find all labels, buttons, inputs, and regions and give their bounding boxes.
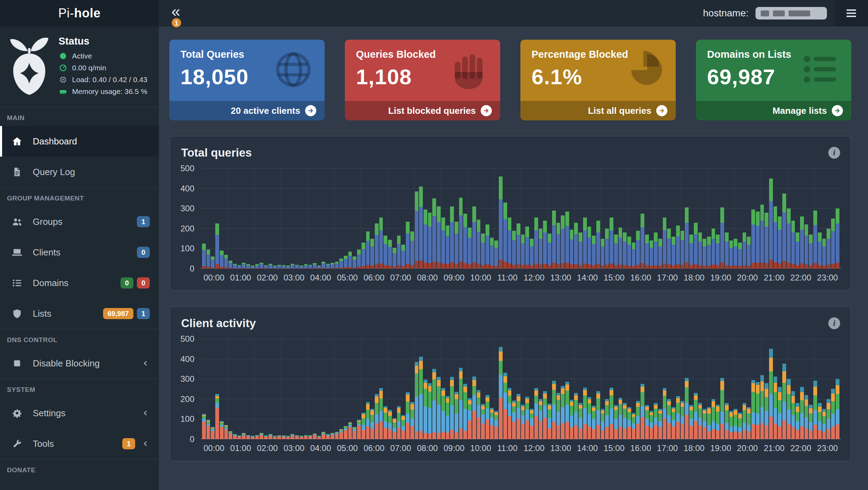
stacked-bar[interactable] <box>782 168 786 269</box>
stacked-bar[interactable] <box>259 339 263 439</box>
stacked-bar[interactable] <box>207 168 210 269</box>
stacked-bar[interactable] <box>813 339 817 439</box>
stacked-bar[interactable] <box>295 168 299 269</box>
stacked-bar[interactable] <box>455 168 458 269</box>
sidebar-item-query-log[interactable]: Query Log <box>0 157 159 187</box>
stacked-bar[interactable] <box>401 168 405 269</box>
stacked-bar[interactable] <box>331 339 334 439</box>
sidebar-item-tools[interactable]: Tools 1 <box>0 428 159 459</box>
stacked-bar[interactable] <box>486 168 489 269</box>
stacked-bar[interactable] <box>339 339 343 439</box>
sidebar-item-lists[interactable]: Lists 69,987 1 <box>0 298 159 329</box>
stacked-bar[interactable] <box>676 168 680 269</box>
stacked-bar[interactable] <box>304 339 308 439</box>
stacked-bar[interactable] <box>321 168 325 269</box>
stacked-bar[interactable] <box>273 339 277 439</box>
stacked-bar[interactable] <box>574 168 578 269</box>
stacked-bar[interactable] <box>508 339 512 439</box>
stacked-bar[interactable] <box>534 168 538 269</box>
stacked-bar[interactable] <box>331 168 334 269</box>
sidebar-item-settings[interactable]: Settings <box>0 398 159 428</box>
stacked-bar[interactable] <box>774 339 777 439</box>
stacked-bar[interactable] <box>313 168 317 269</box>
stacked-bar[interactable] <box>703 339 706 439</box>
stacked-bar[interactable] <box>508 168 512 269</box>
stacked-bar[interactable] <box>561 339 565 439</box>
stacked-bar[interactable] <box>251 339 255 439</box>
stacked-bar[interactable] <box>290 168 294 269</box>
stacked-bar[interactable] <box>441 168 445 269</box>
stacked-bar[interactable] <box>428 339 432 439</box>
stacked-bar[interactable] <box>561 168 565 269</box>
stacked-bar[interactable] <box>481 168 485 269</box>
stacked-bar[interactable] <box>335 339 339 439</box>
stacked-bar[interactable] <box>362 339 365 439</box>
stacked-bar[interactable] <box>246 168 250 269</box>
stacked-bar[interactable] <box>410 339 414 439</box>
stacked-bar[interactable] <box>685 339 689 439</box>
stacked-bar[interactable] <box>525 168 529 269</box>
stacked-bar[interactable] <box>463 339 467 439</box>
stacked-bar[interactable] <box>215 168 219 269</box>
stacked-bar[interactable] <box>751 168 755 269</box>
stacked-bar[interactable] <box>463 168 467 269</box>
stacked-bar[interactable] <box>703 168 706 269</box>
stacked-bar[interactable] <box>658 168 662 269</box>
stacked-bar[interactable] <box>831 339 835 439</box>
stacked-bar[interactable] <box>738 339 742 439</box>
stacked-bar[interactable] <box>233 168 237 269</box>
stacked-bar[interactable] <box>397 339 401 439</box>
stacked-bar[interactable] <box>698 168 702 269</box>
stacked-bar[interactable] <box>645 339 649 439</box>
stacked-bar[interactable] <box>499 168 503 269</box>
stacked-bar[interactable] <box>352 168 356 269</box>
stacked-bar[interactable] <box>406 339 410 439</box>
stacked-bar[interactable] <box>379 168 383 269</box>
stacked-bar[interactable] <box>623 339 627 439</box>
stacked-bar[interactable] <box>592 339 596 439</box>
stacked-bar[interactable] <box>548 339 551 439</box>
stacked-bar[interactable] <box>317 168 321 269</box>
stacked-bar[interactable] <box>419 339 423 439</box>
stacked-bar[interactable] <box>286 339 290 439</box>
stacked-bar[interactable] <box>441 339 445 439</box>
stacked-bar[interactable] <box>800 339 804 439</box>
stacked-bar[interactable] <box>357 168 361 269</box>
stacked-bar[interactable] <box>290 339 294 439</box>
stacked-bar[interactable] <box>614 168 618 269</box>
stacked-bar[interactable] <box>685 168 689 269</box>
stacked-bar[interactable] <box>720 168 724 269</box>
stacked-bar[interactable] <box>596 339 600 439</box>
stacked-bar[interactable] <box>658 339 662 439</box>
stacked-bar[interactable] <box>574 339 578 439</box>
stacked-bar[interactable] <box>588 339 591 439</box>
stacked-bar[interactable] <box>614 339 618 439</box>
stacked-bar[interactable] <box>796 168 799 269</box>
stacked-bar[interactable] <box>583 339 587 439</box>
stacked-bar[interactable] <box>543 339 547 439</box>
stacked-bar[interactable] <box>517 339 520 439</box>
stacked-bar[interactable] <box>383 168 387 269</box>
stacked-bar[interactable] <box>756 168 760 269</box>
stacked-bar[interactable] <box>326 339 330 439</box>
stacked-bar[interactable] <box>432 339 436 439</box>
stacked-bar[interactable] <box>809 339 813 439</box>
stacked-bar[interactable] <box>393 339 396 439</box>
stacked-bar[interactable] <box>641 339 644 439</box>
stacked-bar[interactable] <box>672 339 675 439</box>
stacked-bar[interactable] <box>393 168 396 269</box>
stacked-bar[interactable] <box>295 339 299 439</box>
stacked-bar[interactable] <box>627 339 631 439</box>
stacked-bar[interactable] <box>224 339 228 439</box>
stacked-bar[interactable] <box>831 168 835 269</box>
stacked-bar[interactable] <box>610 339 613 439</box>
stacked-bar[interactable] <box>565 339 569 439</box>
stacked-bar[interactable] <box>313 339 317 439</box>
stacked-bar[interactable] <box>805 339 808 439</box>
stacked-bar[interactable] <box>238 339 241 439</box>
stacked-bar[interactable] <box>326 168 330 269</box>
stacked-bar[interactable] <box>796 339 799 439</box>
stacked-bar[interactable] <box>512 168 516 269</box>
stacked-bar[interactable] <box>765 168 768 269</box>
stacked-bar[interactable] <box>255 339 259 439</box>
